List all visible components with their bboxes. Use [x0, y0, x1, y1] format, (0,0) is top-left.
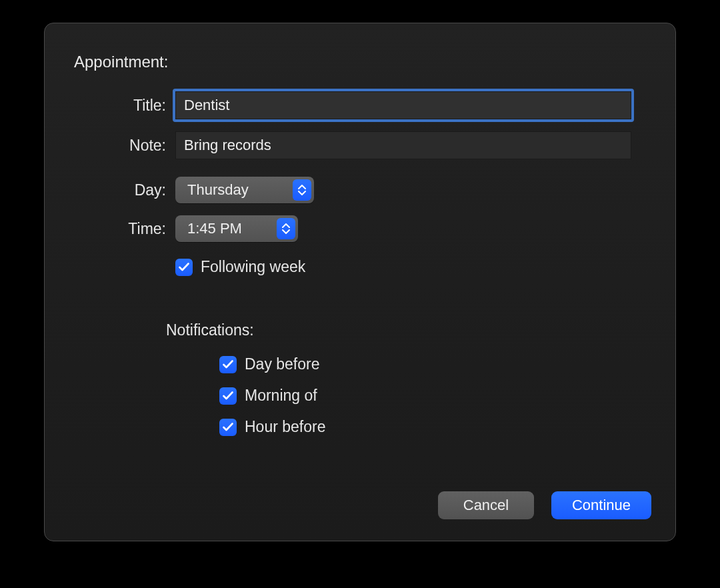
notif-label: Day before — [245, 355, 320, 373]
notifications-heading: Notifications: — [166, 321, 651, 339]
row-following-week: Following week — [175, 258, 651, 284]
note-input[interactable] — [175, 131, 631, 159]
title-input[interactable] — [175, 91, 631, 119]
day-value: Thursday — [175, 181, 259, 199]
check-icon — [223, 360, 233, 369]
button-bar: Cancel Continue — [438, 491, 651, 519]
check-icon — [223, 423, 233, 431]
notifications-list: Day before Morning of Hour before — [219, 355, 651, 436]
following-week-checkbox-row: Following week — [175, 258, 305, 276]
time-value: 1:45 PM — [175, 220, 253, 237]
row-title: Title: — [95, 91, 651, 119]
check-icon — [223, 391, 233, 400]
cancel-button[interactable]: Cancel — [438, 491, 534, 519]
notif-label: Hour before — [245, 418, 325, 436]
form-area: Title: Note: Day: Thursday Time: — [95, 91, 651, 436]
day-select[interactable]: Thursday — [175, 177, 314, 203]
following-week-label: Following week — [201, 258, 305, 276]
appointment-heading: Appointment: — [74, 53, 651, 71]
time-select[interactable]: 1:45 PM — [175, 215, 298, 242]
up-down-icon — [277, 218, 295, 239]
notif-checkbox-day-before[interactable] — [219, 356, 237, 373]
note-label: Note: — [95, 137, 175, 155]
notif-row-morning-of: Morning of — [219, 387, 651, 405]
notif-checkbox-hour-before[interactable] — [219, 419, 237, 436]
row-day: Day: Thursday — [95, 177, 651, 203]
appointment-dialog: Appointment: Title: Note: Day: Thursday — [44, 23, 676, 541]
title-focus-ring — [175, 91, 631, 119]
time-label: Time: — [95, 220, 175, 238]
notifications-block: Notifications: Day before Morning of — [95, 321, 651, 436]
notif-checkbox-morning-of[interactable] — [219, 387, 237, 405]
day-label: Day: — [95, 181, 175, 199]
title-label: Title: — [95, 97, 175, 115]
notif-row-day-before: Day before — [219, 355, 651, 373]
notif-row-hour-before: Hour before — [219, 418, 651, 436]
up-down-icon — [293, 179, 311, 201]
row-time: Time: 1:45 PM — [95, 215, 651, 242]
row-note: Note: — [95, 131, 651, 159]
following-week-checkbox[interactable] — [175, 259, 193, 276]
continue-button[interactable]: Continue — [551, 491, 651, 519]
check-icon — [179, 263, 189, 271]
notif-label: Morning of — [245, 387, 317, 405]
